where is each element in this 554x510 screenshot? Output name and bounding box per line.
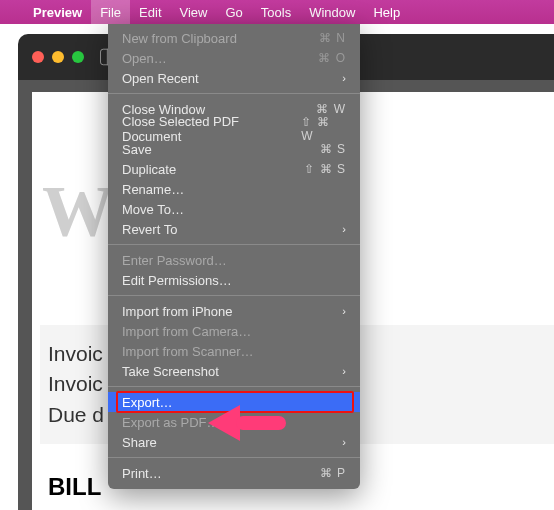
menu-separator [108,93,360,94]
menu-item-label: Move To… [122,202,184,217]
menu-item-print[interactable]: Print…⌘ P [108,463,360,483]
menu-item-label: Duplicate [122,162,176,177]
menu-item-label: Export as PDF… [122,415,220,430]
menu-item-share[interactable]: Share› [108,432,360,452]
app-name[interactable]: Preview [24,0,91,24]
menu-item-label: Open… [122,51,167,66]
menu-item-close-selected-pdf-document[interactable]: Close Selected PDF Document⇧ ⌘ W [108,119,360,139]
menu-separator [108,386,360,387]
menu-item-import-from-camera: Import from Camera… [108,321,360,341]
chevron-right-icon: › [342,436,346,448]
menu-item-edit-permissions[interactable]: Edit Permissions… [108,270,360,290]
close-window-button[interactable] [32,51,44,63]
menu-item-label: Save [122,142,152,157]
menu-shortcut: ⌘ O [318,51,346,65]
menu-item-duplicate[interactable]: Duplicate⇧ ⌘ S [108,159,360,179]
menu-item-open-recent[interactable]: Open Recent› [108,68,360,88]
traffic-lights [32,51,84,63]
menubar-item-file[interactable]: File [91,0,130,24]
file-menu-dropdown: New from Clipboard⌘ NOpen…⌘ OOpen Recent… [108,24,360,489]
menu-separator [108,244,360,245]
menu-item-label: Take Screenshot [122,364,219,379]
menu-item-label: Import from iPhone [122,304,233,319]
menu-item-label: Export… [122,395,173,410]
menu-item-label: Print… [122,466,162,481]
menu-item-label: Share [122,435,157,450]
menu-item-export[interactable]: Export… [108,392,360,412]
menu-item-new-from-clipboard: New from Clipboard⌘ N [108,28,360,48]
menu-item-move-to[interactable]: Move To… [108,199,360,219]
chevron-right-icon: › [342,365,346,377]
menubar-item-go[interactable]: Go [216,0,251,24]
menubar-item-view[interactable]: View [171,0,217,24]
minimize-window-button[interactable] [52,51,64,63]
menu-shortcut: ⌘ W [316,102,346,116]
menu-item-save[interactable]: Save⌘ S [108,139,360,159]
menu-item-open: Open…⌘ O [108,48,360,68]
menu-item-label: Import from Camera… [122,324,251,339]
menu-separator [108,295,360,296]
menu-shortcut: ⌘ S [320,142,346,156]
menu-item-label: Enter Password… [122,253,227,268]
menubar-item-tools[interactable]: Tools [252,0,300,24]
chevron-right-icon: › [342,305,346,317]
chevron-right-icon: › [342,223,346,235]
menu-item-label: Open Recent [122,71,199,86]
watermark: W [42,170,109,253]
menu-item-label: Revert To [122,222,177,237]
fullscreen-window-button[interactable] [72,51,84,63]
menu-item-enter-password: Enter Password… [108,250,360,270]
menu-item-label: New from Clipboard [122,31,237,46]
menu-shortcut: ⇧ ⌘ S [304,162,346,176]
menu-item-take-screenshot[interactable]: Take Screenshot› [108,361,360,381]
menubar-item-help[interactable]: Help [364,0,409,24]
menu-item-import-from-scanner: Import from Scanner… [108,341,360,361]
menu-separator [108,457,360,458]
menu-item-export-as-pdf: Export as PDF… [108,412,360,432]
menu-item-revert-to[interactable]: Revert To› [108,219,360,239]
system-menubar: Preview FileEditViewGoToolsWindowHelp [0,0,554,24]
menu-item-label: Import from Scanner… [122,344,254,359]
chevron-right-icon: › [342,72,346,84]
bill-heading: BILL [48,473,101,501]
menu-shortcut: ⌘ N [319,31,346,45]
menu-item-rename[interactable]: Rename… [108,179,360,199]
menu-item-import-from-iphone[interactable]: Import from iPhone› [108,301,360,321]
menu-shortcut: ⌘ P [320,466,346,480]
menubar-item-window[interactable]: Window [300,0,364,24]
menu-item-label: Edit Permissions… [122,273,232,288]
menu-item-label: Rename… [122,182,184,197]
menubar-item-edit[interactable]: Edit [130,0,170,24]
